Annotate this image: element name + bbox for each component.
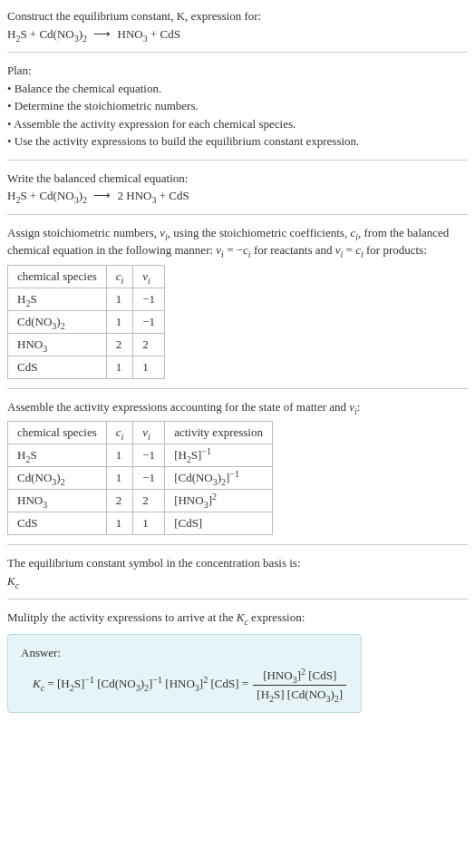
cell: −1 — [133, 444, 165, 467]
col-activity: activity expression — [165, 422, 273, 444]
plan-b1: • Balance the chemical equation. — [7, 80, 468, 98]
cell: 1 — [106, 444, 133, 467]
symbol-k: Kc — [7, 572, 468, 590]
cell: 2 — [133, 490, 165, 512]
col-ci: ci — [106, 422, 133, 444]
table-header: chemical species ci νi activity expressi… — [8, 422, 273, 444]
table-row: H2S 1 −1 — [8, 288, 165, 310]
cell: HNO3 — [8, 490, 107, 512]
assign-text: Assign stoichiometric numbers, νi, using… — [7, 224, 468, 259]
balanced: Write the balanced chemical equation: H2… — [7, 170, 468, 205]
table-row: H2S 1 −1 [H2S]−1 — [8, 444, 273, 467]
cell: CdS — [8, 512, 107, 535]
chem: HNO3 + CdS — [118, 27, 180, 41]
activity-table: chemical species ci νi activity expressi… — [7, 421, 273, 535]
cell: −1 — [133, 310, 165, 333]
divider — [7, 52, 468, 53]
chem: H2S + Cd(NO3)2 — [7, 189, 87, 202]
col-species: chemical species — [8, 265, 107, 288]
plan-b3: • Assemble the activity expression for e… — [7, 115, 468, 133]
col-vi: νi — [133, 265, 165, 288]
divider — [7, 160, 468, 161]
cell: HNO3 — [8, 333, 107, 356]
cell: 1 — [106, 356, 133, 378]
intro-title-text: Construct the equilibrium constant, K, e… — [7, 9, 261, 23]
table-row: HNO3 2 2 [HNO3]2 — [8, 490, 273, 512]
intro-title: Construct the equilibrium constant, K, e… — [7, 7, 468, 25]
symbol: The equilibrium constant symbol in the c… — [7, 554, 468, 590]
cell: H2S — [8, 288, 107, 310]
assemble: Assemble the activity expressions accoun… — [7, 398, 468, 536]
assemble-text: Assemble the activity expressions accoun… — [7, 398, 468, 416]
answer-box: Answer: Kc = [H2S]−1 [Cd(NO3)2]−1 [HNO3]… — [7, 634, 362, 714]
plan-b2: • Determine the stoichiometric numbers. — [7, 97, 468, 115]
table-row: Cd(NO3)2 1 −1 [Cd(NO3)2]−1 — [8, 467, 273, 490]
col-species: chemical species — [8, 422, 107, 444]
cell: [H2S]−1 — [165, 444, 273, 467]
cell: 1 — [133, 356, 165, 378]
cell: H2S — [8, 444, 107, 467]
intro-equation: H2S + Cd(NO3)2 HNO3 + CdS — [7, 25, 468, 44]
cell: Cd(NO3)2 — [8, 310, 107, 333]
table-row: Cd(NO3)2 1 −1 — [8, 310, 165, 333]
cell: 1 — [106, 310, 133, 333]
answer-equation: Kc = [H2S]−1 [Cd(NO3)2]−1 [HNO3]2 [CdS] … — [21, 667, 348, 703]
cell: −1 — [133, 467, 165, 490]
chem: 2 HNO3 + CdS — [118, 189, 189, 202]
cell: [HNO3]2 — [165, 490, 273, 512]
cell: Cd(NO3)2 — [8, 467, 107, 490]
cell: 2 — [133, 333, 165, 356]
cell: 1 — [106, 512, 133, 535]
col-vi: νi — [133, 422, 165, 444]
cell: 1 — [106, 467, 133, 490]
cell: −1 — [133, 288, 165, 310]
cell: [CdS] — [165, 512, 273, 535]
stoich-table: chemical species ci νi H2S 1 −1 Cd(NO3)2… — [7, 265, 165, 379]
arrow-icon — [90, 189, 114, 202]
table-header: chemical species ci νi — [8, 265, 165, 288]
arrow-icon — [90, 27, 114, 41]
symbol-text: The equilibrium constant symbol in the c… — [7, 554, 468, 572]
chem: H2S + Cd(NO3)2 — [7, 27, 87, 41]
plan: Plan: • Balance the chemical equation. •… — [7, 62, 468, 151]
intro: Construct the equilibrium constant, K, e… — [7, 7, 468, 43]
divider — [7, 599, 468, 600]
cell: 1 — [106, 288, 133, 310]
plan-b4: • Use the activity expressions to build … — [7, 132, 468, 151]
cell: 2 — [106, 333, 133, 356]
cell: [Cd(NO3)2]−1 — [165, 467, 273, 490]
col-ci: ci — [106, 265, 133, 288]
divider — [7, 544, 468, 545]
answer-label: Answer: — [21, 644, 348, 662]
table-row: CdS 1 1 [CdS] — [8, 512, 273, 535]
assign: Assign stoichiometric numbers, νi, using… — [7, 224, 468, 379]
divider — [7, 388, 468, 389]
divider — [7, 214, 468, 215]
balanced-title: Write the balanced chemical equation: — [7, 170, 468, 188]
cell: 2 — [106, 490, 133, 512]
numerator: [HNO3]2 [CdS] — [253, 667, 346, 686]
cell: 1 — [133, 512, 165, 535]
plan-title: Plan: — [7, 62, 468, 80]
table-row: CdS 1 1 — [8, 356, 165, 378]
balanced-equation: H2S + Cd(NO3)2 2 HNO3 + CdS — [7, 187, 468, 205]
multiply: Mulitply the activity expressions to arr… — [7, 609, 468, 713]
denominator: [H2S] [Cd(NO3)2] — [253, 686, 346, 704]
fraction: [HNO3]2 [CdS][H2S] [Cd(NO3)2] — [253, 667, 346, 703]
multiply-text: Mulitply the activity expressions to arr… — [7, 609, 468, 627]
cell: CdS — [8, 356, 107, 378]
table-row: HNO3 2 2 — [8, 333, 165, 356]
